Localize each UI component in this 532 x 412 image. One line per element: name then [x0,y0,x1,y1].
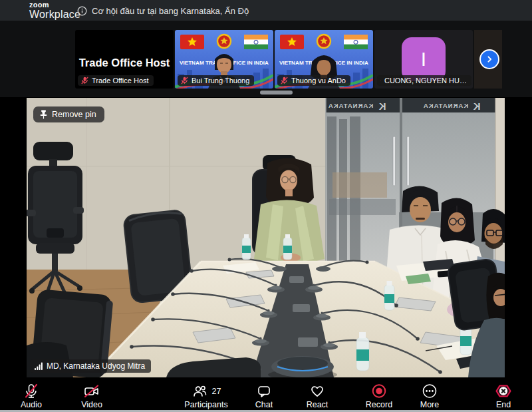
video-tile-cuong-nguyen[interactable]: I CUONG, NGUYEN HU… [374,30,473,89]
more-button[interactable]: More [408,383,452,409]
filmstrip-scrollbar[interactable] [260,91,293,95]
meeting-info: Cơ hội đầu tư tại bang Karnataka, Ấn Độ [77,0,249,21]
logo-zoom: zoom [29,1,80,9]
participant-name: Bui Trung Thuong [192,77,249,85]
muted-mic-icon [81,77,88,85]
video-tile-partial [474,30,502,89]
record-label: Record [366,400,392,409]
next-page-button[interactable] [479,49,499,69]
video-tile-bui-trung-thuong[interactable]: VIETNAM TRADE OFFICE IN INDIA [175,30,273,89]
participant-name-pill: Trade Office Host [78,75,154,86]
remove-pin-button[interactable]: Remove pin [33,106,104,122]
record-button[interactable]: Record [357,383,401,409]
participant-name: Thuong vu AnDo [291,77,346,85]
filmstrip: Trade Office Host Trade Office Host [0,21,532,97]
participant-name-pill: Thuong vu AnDo [277,75,350,86]
glass-watermark-text: KARNATAKA [328,102,373,109]
end-label: End [496,400,511,409]
avatar-letter: I [421,48,426,71]
conference-room-scene: KARNATAKA K KARNATAKA K [27,98,505,377]
muted-mic-icon [380,77,381,85]
participant-name: Trade Office Host [92,77,149,85]
chat-label: Chat [255,400,273,409]
india-flag-icon [344,35,368,49]
audio-button[interactable]: Audio [9,383,53,409]
chevron-right-icon [484,54,495,65]
video-tile-trade-office-host[interactable]: Trade Office Host Trade Office Host [75,30,174,89]
pin-icon [39,110,48,119]
main-pinned-video: KARNATAKA K KARNATAKA K [27,98,505,377]
participant-name-pill: CUONG, NGUYEN HU… [377,75,471,86]
record-icon [371,383,387,399]
muted-mic-icon [281,77,288,85]
more-label: More [420,400,439,409]
participant-name-pill: Bui Trung Thuong [178,75,254,86]
info-icon[interactable] [77,6,87,16]
glass-logo-k: K [473,101,480,112]
video-label: Video [81,400,102,409]
end-call-icon [495,383,512,399]
zoom-workplace-logo: zoom Workplace [29,1,80,20]
participants-button[interactable]: 27 Participants [172,383,241,409]
chat-button[interactable]: Chat [242,383,286,409]
end-button[interactable]: End [481,383,525,409]
remove-pin-label: Remove pin [52,110,96,119]
zoom-meeting-window: zoom Workplace Cơ hội đầu tư tại bang Ka… [0,0,532,412]
logo-workplace: Workplace [29,9,80,20]
heart-react-icon [309,383,325,399]
top-bar: zoom Workplace Cơ hội đầu tư tại bang Ka… [0,0,532,21]
vietnam-flag-icon [180,35,204,49]
meeting-title: Cơ hội đầu tư tại bang Karnataka, Ấn Độ [92,6,249,16]
muted-mic-icon [181,77,188,85]
vietnam-emblem-icon [317,34,331,49]
vietnam-emblem-icon [217,34,231,49]
active-speaker-label: MD, Karnataka Udyog Mitra [30,359,151,373]
glass-watermark-text: KARNATAKA [423,102,468,109]
india-flag-icon [244,35,268,49]
participant-name: CUONG, NGUYEN HU… [384,77,467,85]
camera-muted-icon [83,383,100,399]
participants-count: 27 [212,387,221,396]
video-button[interactable]: Video [70,383,114,409]
audio-label: Audio [21,400,42,409]
chat-icon [256,383,272,399]
audio-level-icon [34,362,43,370]
vietnam-flag-icon [280,35,304,49]
glass-logo-k: K [378,101,386,112]
participants-icon [192,383,208,399]
speaker-name: MD, Karnataka Udyog Mitra [47,361,145,371]
mic-muted-icon [23,383,39,399]
participants-label: Participants [184,400,227,409]
meeting-toolbar: Audio Video [0,379,532,412]
react-button[interactable]: React [295,383,339,409]
react-label: React [307,400,329,409]
more-ellipsis-icon [422,383,438,399]
video-tile-thuong-vu-ando[interactable]: VIETNAM TRADE OFFICE IN INDIA [275,30,373,89]
